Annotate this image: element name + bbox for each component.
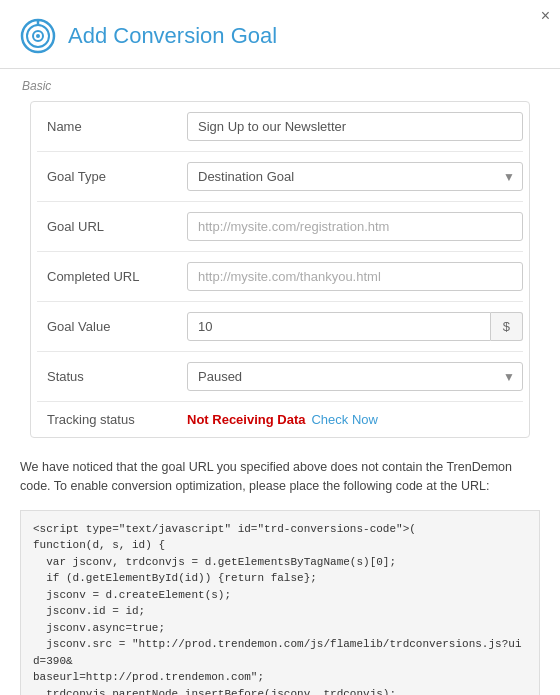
name-label: Name (37, 119, 187, 134)
add-conversion-goal-dialog: × Add Conversion Goal Basic Name Goal Ty… (0, 0, 560, 695)
goal-icon (20, 18, 56, 54)
goal-type-row: Goal Type Destination Goal Event Goal Du… (37, 152, 523, 202)
goal-type-select-wrap: Destination Goal Event Goal Duration Goa… (187, 162, 523, 191)
status-select[interactable]: Paused Active Inactive (187, 362, 523, 391)
completed-url-label: Completed URL (37, 269, 187, 284)
basic-section: Basic Name Goal Type Destination Goal Ev… (0, 69, 560, 448)
goal-url-input-wrap (187, 212, 523, 241)
not-receiving-text: Not Receiving Data (187, 412, 305, 427)
name-input-wrap (187, 112, 523, 141)
dialog-header: Add Conversion Goal (0, 0, 560, 69)
code-block: <script type="text/javascript" id="trd-c… (20, 510, 540, 696)
goal-value-input[interactable] (187, 312, 491, 341)
name-input[interactable] (187, 112, 523, 141)
goal-url-row: Goal URL (37, 202, 523, 252)
goal-type-select[interactable]: Destination Goal Event Goal Duration Goa… (187, 162, 523, 191)
goal-value-input-wrap: $ (187, 312, 523, 341)
goal-value-row: Goal Value $ (37, 302, 523, 352)
goal-value-group: $ (187, 312, 523, 341)
completed-url-input[interactable] (187, 262, 523, 291)
goal-type-label: Goal Type (37, 169, 187, 184)
goal-url-label: Goal URL (37, 219, 187, 234)
dialog-title: Add Conversion Goal (68, 23, 277, 49)
name-row: Name (37, 102, 523, 152)
status-input-wrap: Paused Active Inactive ▼ (187, 362, 523, 391)
tracking-status: Not Receiving Data Check Now (187, 412, 378, 427)
completed-url-row: Completed URL (37, 252, 523, 302)
goal-type-input-wrap: Destination Goal Event Goal Duration Goa… (187, 162, 523, 191)
svg-point-3 (36, 34, 40, 38)
tracking-label: Tracking status (37, 412, 187, 427)
tracking-row: Tracking status Not Receiving Data Check… (37, 402, 523, 437)
warning-text: We have noticed that the goal URL you sp… (0, 448, 560, 504)
status-row: Status Paused Active Inactive ▼ (37, 352, 523, 402)
goal-url-input[interactable] (187, 212, 523, 241)
currency-symbol: $ (491, 312, 523, 341)
status-label: Status (37, 369, 187, 384)
close-button[interactable]: × (541, 8, 550, 24)
section-label: Basic (20, 79, 540, 93)
fields-container: Name Goal Type Destination Goal Event Go… (30, 101, 530, 438)
status-select-wrap: Paused Active Inactive ▼ (187, 362, 523, 391)
check-now-link[interactable]: Check Now (311, 412, 377, 427)
completed-url-input-wrap (187, 262, 523, 291)
goal-value-label: Goal Value (37, 319, 187, 334)
